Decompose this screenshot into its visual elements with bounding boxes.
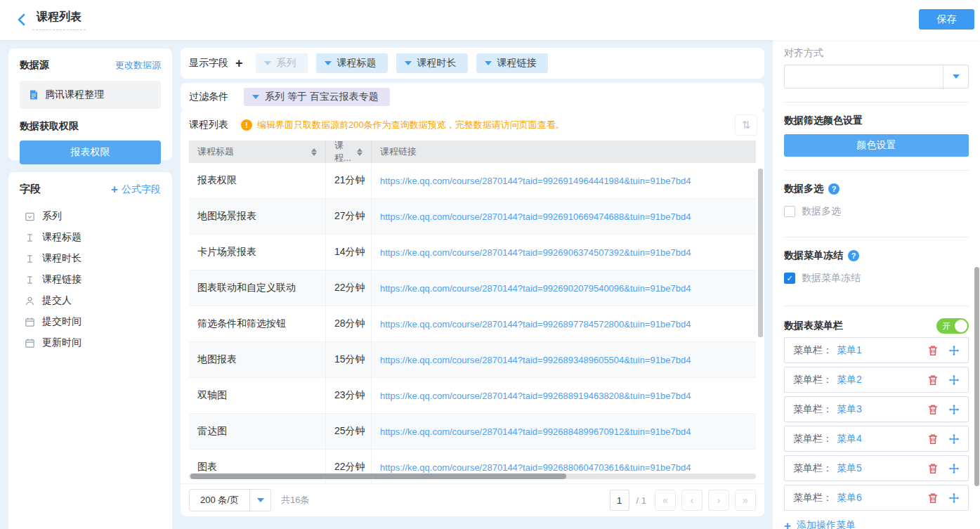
field-item-submitter[interactable]: 提交人 [20,290,161,311]
move-icon[interactable] [948,463,960,474]
freeze-title: 数据菜单冻结 ? [784,249,969,262]
move-icon[interactable] [948,492,960,504]
course-link[interactable]: https://ke.qq.com/course/2870144?taid=99… [380,355,691,365]
table-title: 课程列表 [189,119,228,131]
field-item-course-link[interactable]: 课程链接 [20,269,161,290]
color-setting-button[interactable]: 颜色设置 [784,134,969,157]
cell-duration: 21分钟 [326,163,372,198]
add-action-menu-link[interactable]: + 添加操作菜单 [784,519,969,529]
datasource-title: 数据源 [20,59,49,72]
page-vertical-scrollbar[interactable] [974,267,979,486]
course-link[interactable]: https://ke.qq.com/course/2870144?taid=99… [380,176,691,186]
menu-item-6[interactable]: 菜单栏：菜单6 [784,485,969,511]
save-button[interactable]: 保存 [919,9,974,30]
top-bar: 课程列表 保存 [0,0,980,40]
last-page-button[interactable]: » [735,490,756,511]
menu-item-3[interactable]: 菜单栏：菜单3 [784,396,969,422]
menubar-toggle[interactable]: 开 [936,318,969,334]
move-icon[interactable] [948,433,960,445]
move-icon[interactable] [948,374,960,386]
trash-icon[interactable] [927,404,939,415]
calendar-icon [25,338,35,348]
calendar-icon [25,317,35,327]
course-table-card: 课程列表 ! 编辑界面只取数据源前200条作为查询数据预览，完整数据请访问页面查… [181,110,764,516]
move-icon[interactable] [948,404,960,415]
course-link[interactable]: https://ke.qq.com/course/2870144?taid=99… [380,211,691,222]
first-page-button[interactable]: « [655,490,676,511]
chevron-down-icon [264,61,271,65]
cell-title: 雷达图 [189,414,326,449]
freeze-checkbox-row[interactable]: ✓ 数据菜单冻结 [784,272,969,285]
filter-tag[interactable]: 系列 等于 百宝云报表专题 [244,88,390,106]
move-icon[interactable] [948,345,960,356]
field-item-course-title[interactable]: 课程标题 [20,227,161,248]
help-icon[interactable]: ? [848,250,859,261]
menu-item-4[interactable]: 菜单栏：菜单4 [784,426,969,452]
display-fields-card: 显示字段 + 系列 课程标题 课程时长 课程链接 [181,48,764,79]
checkbox-unchecked[interactable] [784,206,795,217]
help-icon[interactable]: ? [828,183,839,195]
course-link[interactable]: https://ke.qq.com/course/2870144?taid=99… [380,426,691,437]
table-row: 双轴图23分钟https://ke.qq.com/course/2870144?… [189,378,756,414]
course-link[interactable]: https://ke.qq.com/course/2870144?taid=99… [380,283,691,294]
table-vertical-scrollbar[interactable] [758,169,763,337]
chevron-down-icon [405,61,412,65]
sort-carets-icon[interactable] [357,148,362,156]
sort-toggle-icon[interactable]: ⇅ [735,115,757,136]
prev-page-button[interactable]: ‹ [681,490,703,511]
align-select[interactable] [784,65,969,89]
menu-item-5[interactable]: 菜单栏：菜单5 [784,455,969,481]
display-tag-course-duration[interactable]: 课程时长 [396,53,468,73]
trash-icon[interactable] [927,492,939,504]
sort-carets-icon[interactable] [311,148,317,156]
trash-icon[interactable] [927,374,939,386]
multiselect-checkbox-row[interactable]: 数据多选 [784,205,969,218]
divider [784,306,969,306]
course-link[interactable]: https://ke.qq.com/course/2870144?taid=99… [380,391,691,401]
field-item-update-time[interactable]: 更新时间 [20,332,161,353]
display-tag-series[interactable]: 系列 [256,53,308,73]
next-page-button[interactable]: › [708,490,729,511]
text-icon [25,254,35,264]
document-icon [28,89,39,100]
trash-icon[interactable] [927,433,939,445]
trash-icon[interactable] [927,463,939,474]
permission-title: 数据获取权限 [20,120,161,133]
course-link[interactable]: https://ke.qq.com/course/2870144?taid=99… [380,247,691,258]
table-row: 地图场景报表27分钟https://ke.qq.com/course/28701… [189,199,756,235]
menu-item-2[interactable]: 菜单栏：菜单2 [784,367,969,393]
checkbox-checked[interactable]: ✓ [784,273,795,284]
add-display-field-icon[interactable]: + [235,57,243,70]
field-item-course-duration[interactable]: 课程时长 [20,248,161,269]
report-permission-button[interactable]: 报表权限 [20,141,161,164]
settings-panel: 对齐方式 数据筛选颜色设置 颜色设置 数据多选 ? 数据多选 数据菜单冻结 ? … [773,40,980,529]
chevron-down-icon [249,490,270,511]
display-tag-course-title[interactable]: 课程标题 [316,53,388,73]
table-row: 雷达图25分钟https://ke.qq.com/course/2870144?… [189,414,756,450]
change-datasource-link[interactable]: 更改数据源 [115,59,161,72]
field-item-series[interactable]: 系列 [20,206,161,227]
page-number-input[interactable] [610,490,629,511]
filter-label: 过滤条件 [189,91,228,103]
course-link[interactable]: https://ke.qq.com/course/2870144?taid=99… [380,462,691,473]
field-item-submit-time[interactable]: 提交时间 [20,311,161,332]
trash-icon[interactable] [927,345,939,356]
column-header-course-title[interactable]: 课程标题 [189,141,326,163]
datasource-item[interactable]: 腾讯课程整理 [20,81,161,109]
menu-item-1[interactable]: 菜单栏：菜单1 [784,337,969,363]
fields-card: 字段 + 公式字段 系列 课程标题 课程时长 课程链接 提交人 提交时间 [8,172,172,529]
display-tag-course-link[interactable]: 课程链接 [476,53,548,73]
page-size-select[interactable]: 200 条/页 [189,489,271,511]
horizontal-scrollbar[interactable] [189,474,756,479]
back-icon[interactable] [14,11,31,28]
column-header-course-duration[interactable]: 课程... [326,141,372,163]
color-setting-title: 数据筛选颜色设置 [784,115,969,127]
chevron-down-icon [252,95,259,99]
total-pages: / 1 [636,495,646,506]
preview-warning: ! 编辑界面只取数据源前200条作为查询数据预览，完整数据请访问页面查看。 [241,119,565,131]
user-icon [25,296,35,306]
horizontal-scrollbar-thumb[interactable] [190,474,566,479]
fields-title: 字段 [20,183,41,196]
formula-field-link[interactable]: + 公式字段 [111,183,161,196]
course-link[interactable]: https://ke.qq.com/course/2870144?taid=99… [380,319,691,329]
